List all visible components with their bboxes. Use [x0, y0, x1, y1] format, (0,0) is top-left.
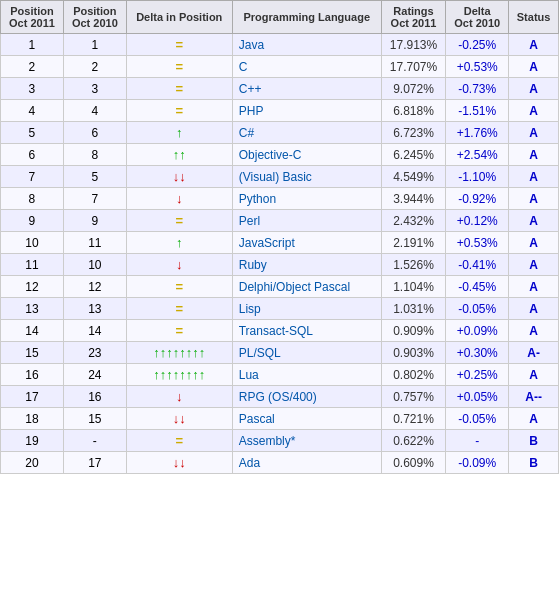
delta-rating: - — [446, 430, 509, 452]
delta-indicator: = — [126, 430, 232, 452]
delta-indicator: ↑ — [126, 122, 232, 144]
language-name[interactable]: Java — [232, 34, 381, 56]
language-name[interactable]: Objective-C — [232, 144, 381, 166]
language-name[interactable]: Lua — [232, 364, 381, 386]
delta-indicator: ↓ — [126, 188, 232, 210]
status-badge: A — [509, 56, 559, 78]
pos-oct2011: 2 — [1, 56, 64, 78]
delta-indicator: = — [126, 210, 232, 232]
header-status: Status — [509, 1, 559, 34]
language-name[interactable]: Python — [232, 188, 381, 210]
delta-indicator: ↑↑↑↑↑↑↑↑ — [126, 342, 232, 364]
language-name[interactable]: Ruby — [232, 254, 381, 276]
rating-oct2011: 0.757% — [381, 386, 445, 408]
status-badge: A- — [509, 342, 559, 364]
delta-rating: -0.92% — [446, 188, 509, 210]
header-delta-oct2010: DeltaOct 2010 — [446, 1, 509, 34]
status-badge: B — [509, 452, 559, 474]
rating-oct2011: 3.944% — [381, 188, 445, 210]
pos-oct2010: 5 — [63, 166, 126, 188]
language-name[interactable]: Transact-SQL — [232, 320, 381, 342]
rating-oct2011: 6.245% — [381, 144, 445, 166]
status-badge: A — [509, 276, 559, 298]
pos-oct2010: 1 — [63, 34, 126, 56]
language-name[interactable]: RPG (OS/400) — [232, 386, 381, 408]
language-name[interactable]: (Visual) Basic — [232, 166, 381, 188]
table-row: 5 6 ↑ C# 6.723% +1.76% A — [1, 122, 559, 144]
status-badge: A — [509, 144, 559, 166]
rating-oct2011: 0.909% — [381, 320, 445, 342]
table-row: 8 7 ↓ Python 3.944% -0.92% A — [1, 188, 559, 210]
language-name[interactable]: Delphi/Object Pascal — [232, 276, 381, 298]
language-name[interactable]: C# — [232, 122, 381, 144]
pos-oct2011: 17 — [1, 386, 64, 408]
table-row: 17 16 ↓ RPG (OS/400) 0.757% +0.05% A-- — [1, 386, 559, 408]
language-name[interactable]: C — [232, 56, 381, 78]
delta-indicator: = — [126, 34, 232, 56]
rating-oct2011: 0.802% — [381, 364, 445, 386]
table-row: 11 10 ↓ Ruby 1.526% -0.41% A — [1, 254, 559, 276]
pos-oct2011: 14 — [1, 320, 64, 342]
table-row: 6 8 ↑↑ Objective-C 6.245% +2.54% A — [1, 144, 559, 166]
status-badge: A — [509, 254, 559, 276]
table-row: 3 3 = C++ 9.072% -0.73% A — [1, 78, 559, 100]
table-row: 16 24 ↑↑↑↑↑↑↑↑ Lua 0.802% +0.25% A — [1, 364, 559, 386]
language-name[interactable]: Perl — [232, 210, 381, 232]
delta-rating: -0.45% — [446, 276, 509, 298]
pos-oct2010: 24 — [63, 364, 126, 386]
rating-oct2011: 1.031% — [381, 298, 445, 320]
pos-oct2010: 9 — [63, 210, 126, 232]
delta-rating: +0.12% — [446, 210, 509, 232]
rating-oct2011: 17.913% — [381, 34, 445, 56]
delta-rating: -1.51% — [446, 100, 509, 122]
status-badge: A — [509, 78, 559, 100]
pos-oct2011: 5 — [1, 122, 64, 144]
pos-oct2011: 12 — [1, 276, 64, 298]
pos-oct2011: 4 — [1, 100, 64, 122]
rating-oct2011: 6.818% — [381, 100, 445, 122]
delta-rating: +0.53% — [446, 232, 509, 254]
rating-oct2011: 0.609% — [381, 452, 445, 474]
delta-indicator: ↓↓ — [126, 166, 232, 188]
delta-rating: +1.76% — [446, 122, 509, 144]
language-name[interactable]: Assembly* — [232, 430, 381, 452]
language-name[interactable]: PL/SQL — [232, 342, 381, 364]
delta-indicator: ↓↓ — [126, 452, 232, 474]
language-name[interactable]: PHP — [232, 100, 381, 122]
status-badge: A — [509, 232, 559, 254]
delta-rating: +2.54% — [446, 144, 509, 166]
delta-indicator: ↑↑ — [126, 144, 232, 166]
delta-rating: +0.05% — [446, 386, 509, 408]
delta-indicator: = — [126, 100, 232, 122]
pos-oct2010: 6 — [63, 122, 126, 144]
status-badge: A — [509, 100, 559, 122]
delta-rating: -0.41% — [446, 254, 509, 276]
delta-indicator: = — [126, 56, 232, 78]
table-row: 12 12 = Delphi/Object Pascal 1.104% -0.4… — [1, 276, 559, 298]
delta-indicator: = — [126, 320, 232, 342]
language-name[interactable]: C++ — [232, 78, 381, 100]
table-row: 4 4 = PHP 6.818% -1.51% A — [1, 100, 559, 122]
pos-oct2011: 8 — [1, 188, 64, 210]
pos-oct2010: 4 — [63, 100, 126, 122]
language-name[interactable]: Lisp — [232, 298, 381, 320]
pos-oct2011: 6 — [1, 144, 64, 166]
pos-oct2010: 2 — [63, 56, 126, 78]
status-badge: A — [509, 320, 559, 342]
language-name[interactable]: JavaScript — [232, 232, 381, 254]
status-badge: A — [509, 364, 559, 386]
pos-oct2011: 9 — [1, 210, 64, 232]
language-name[interactable]: Ada — [232, 452, 381, 474]
pos-oct2011: 3 — [1, 78, 64, 100]
pos-oct2010: 12 — [63, 276, 126, 298]
delta-rating: -0.25% — [446, 34, 509, 56]
pos-oct2010: 14 — [63, 320, 126, 342]
rating-oct2011: 0.721% — [381, 408, 445, 430]
pos-oct2010: 11 — [63, 232, 126, 254]
pos-oct2010: 17 — [63, 452, 126, 474]
pos-oct2010: 15 — [63, 408, 126, 430]
language-name[interactable]: Pascal — [232, 408, 381, 430]
header-pos-oct2011: PositionOct 2011 — [1, 1, 64, 34]
pos-oct2011: 1 — [1, 34, 64, 56]
delta-rating: -1.10% — [446, 166, 509, 188]
